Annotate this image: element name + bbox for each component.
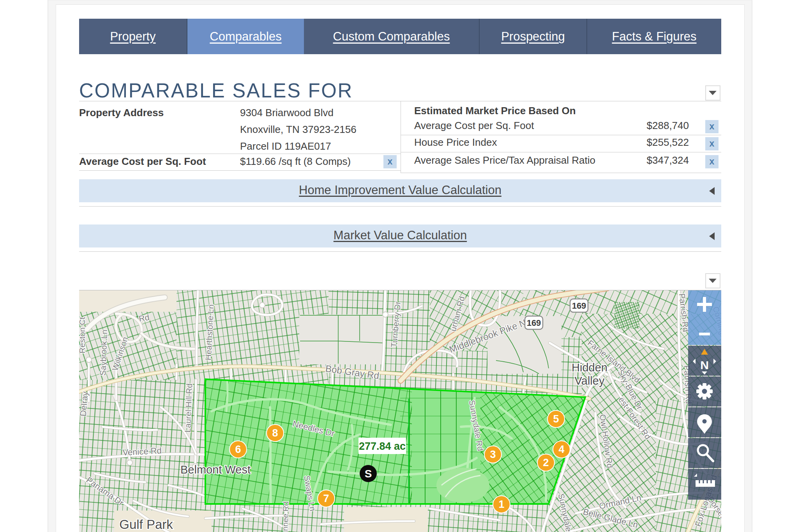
svg-text:Hidden: Hidden bbox=[572, 361, 607, 374]
svg-text:3: 3 bbox=[490, 449, 496, 460]
svg-text:Kannee Rd: Kannee Rd bbox=[280, 501, 290, 532]
svg-text:Reston Ct: Reston Ct bbox=[79, 317, 87, 353]
svg-text:277.84 ac: 277.84 ac bbox=[359, 440, 406, 452]
svg-text:169: 169 bbox=[527, 318, 541, 328]
svg-text:Rd: Rd bbox=[138, 313, 150, 323]
svg-text:Saybrook Ln: Saybrook Ln bbox=[98, 329, 109, 376]
svg-text:7: 7 bbox=[323, 493, 329, 504]
svg-text:Laurel Hill Rd: Laurel Hill Rd bbox=[183, 383, 194, 433]
svg-text:Venice Rd: Venice Rd bbox=[122, 445, 162, 457]
svg-text:4: 4 bbox=[558, 444, 564, 455]
svg-text:5: 5 bbox=[553, 413, 559, 425]
svg-text:2: 2 bbox=[543, 457, 549, 468]
svg-text:169: 169 bbox=[572, 301, 586, 311]
svg-text:S: S bbox=[365, 468, 372, 480]
svg-text:N: N bbox=[700, 359, 709, 371]
svg-text:Belmont West: Belmont West bbox=[180, 463, 251, 476]
svg-text:Gulf Park: Gulf Park bbox=[119, 517, 173, 532]
svg-text:1: 1 bbox=[498, 498, 504, 510]
svg-text:6: 6 bbox=[235, 444, 241, 455]
svg-text:Valley: Valley bbox=[575, 375, 605, 387]
svg-text:8: 8 bbox=[272, 427, 278, 439]
